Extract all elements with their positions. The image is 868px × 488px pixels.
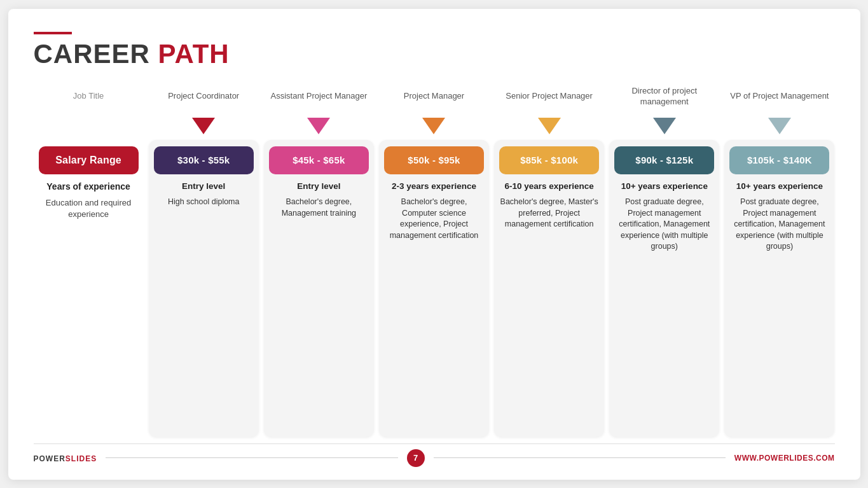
- card-senior-pm: $85k - $100k6-10 years experienceBachelo…: [494, 140, 604, 437]
- title-accent-line: [34, 32, 72, 34]
- years-label-director: 10+ years experience: [621, 181, 708, 192]
- col-header-director: Director of project management: [609, 80, 719, 113]
- footer-slides: SLIDES: [65, 454, 97, 463]
- edu-label-label: Education and required experience: [39, 197, 139, 220]
- footer-brand: POWERSLIDES: [34, 452, 97, 464]
- edu-label-senior-pm: Bachelor's degree, Master's preferred, P…: [499, 197, 599, 230]
- slide: CAREER PATH Job TitleSalary RangeYears o…: [8, 9, 860, 480]
- footer-page-number: 7: [407, 449, 425, 467]
- edu-label-coordinator: High school diploma: [168, 197, 240, 208]
- col-label: Job TitleSalary RangeYears of experience…: [34, 80, 144, 437]
- col-pm: Project Manager$50k - $95k2-3 years expe…: [379, 80, 489, 437]
- edu-label-vp: Post graduate degree, Project management…: [729, 197, 829, 253]
- card-coordinator: $30k - $55kEntry levelHigh school diplom…: [149, 140, 259, 437]
- footer-line-right: [434, 457, 726, 458]
- col-asst-pm: Assistant Project Manager$45k - $65kEntr…: [264, 80, 374, 437]
- card-pm: $50k - $95k2-3 years experienceBachelor'…: [379, 140, 489, 437]
- edu-label-pm: Bachelor's degree, Computer science expe…: [384, 197, 484, 241]
- years-label-senior-pm: 6-10 years experience: [504, 181, 593, 192]
- years-label-asst-pm: Entry level: [297, 181, 340, 192]
- title-word-career: CAREER: [34, 39, 150, 69]
- years-label-label: Years of experience: [46, 181, 130, 192]
- years-label-pm: 2-3 years experience: [392, 181, 476, 192]
- footer-power: POWER: [34, 454, 65, 463]
- arrow-senior-pm: [538, 113, 561, 139]
- salary-badge-coordinator: $30k - $55k: [154, 146, 254, 174]
- footer: POWERSLIDES 7 WWW.POWERLIDES.COM: [34, 443, 835, 467]
- arrow-director: [653, 113, 676, 139]
- col-header-senior-pm: Senior Project Manager: [504, 80, 594, 113]
- salary-badge-director: $90k - $125k: [614, 146, 714, 174]
- years-label-coordinator: Entry level: [182, 181, 225, 192]
- arrow-pm: [422, 113, 445, 139]
- card-director: $90k - $125k10+ years experiencePost gra…: [609, 140, 719, 437]
- page-title: CAREER PATH: [34, 39, 835, 69]
- edu-label-asst-pm: Bachelor's degree, Management training: [269, 197, 369, 219]
- col-header-vp: VP of Project Management: [729, 80, 830, 113]
- years-label-vp: 10+ years experience: [736, 181, 823, 192]
- title-section: CAREER PATH: [34, 32, 835, 69]
- col-director: Director of project management$90k - $12…: [609, 80, 719, 437]
- edu-label-director: Post graduate degree, Project management…: [614, 197, 714, 253]
- col-header-pm: Project Manager: [403, 80, 465, 113]
- arrow-asst-pm: [307, 113, 330, 139]
- col-senior-pm: Senior Project Manager$85k - $100k6-10 y…: [494, 80, 604, 437]
- salary-badge-senior-pm: $85k - $100k: [499, 146, 599, 174]
- arrow-vp: [768, 113, 791, 139]
- salary-badge-label: Salary Range: [39, 146, 139, 174]
- card-vp: $105k - $140K10+ years experiencePost gr…: [724, 140, 834, 437]
- card-asst-pm: $45k - $65kEntry levelBachelor's degree,…: [264, 140, 374, 437]
- title-word-path: PATH: [158, 39, 230, 69]
- col-header-label: Job Title: [72, 80, 105, 113]
- salary-badge-asst-pm: $45k - $65k: [269, 146, 369, 174]
- salary-badge-pm: $50k - $95k: [384, 146, 484, 174]
- arrow-coordinator: [192, 113, 215, 139]
- salary-badge-vp: $105k - $140K: [729, 146, 829, 174]
- col-header-coordinator: Project Coordinator: [167, 80, 240, 113]
- col-coordinator: Project Coordinator$30k - $55kEntry leve…: [149, 80, 259, 437]
- footer-line-left: [106, 457, 397, 458]
- col-header-asst-pm: Assistant Project Manager: [269, 80, 368, 113]
- columns-area: Job TitleSalary RangeYears of experience…: [34, 80, 835, 437]
- col-vp: VP of Project Management$105k - $140K10+…: [724, 80, 834, 437]
- footer-url: WWW.POWERLIDES.COM: [734, 454, 835, 463]
- card-label: Salary RangeYears of experienceEducation…: [34, 140, 144, 437]
